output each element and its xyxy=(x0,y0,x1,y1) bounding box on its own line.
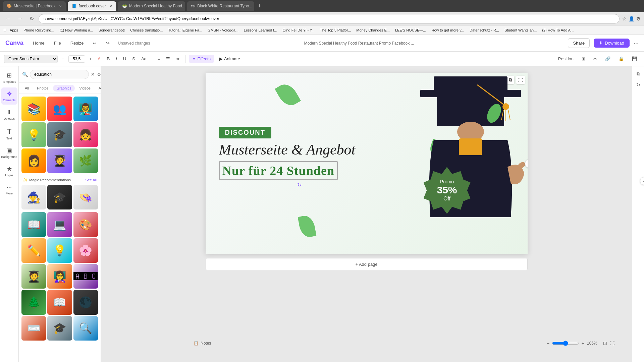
tab-healthy-food[interactable]: 🥗 Modern Special Healthy Food... ✕ xyxy=(118,1,185,11)
position-btn[interactable]: Position xyxy=(555,55,576,63)
lock-btn[interactable]: 🔒 xyxy=(616,55,627,63)
file-nav-btn[interactable]: File xyxy=(51,39,64,47)
search-input[interactable] xyxy=(30,70,89,79)
filter-btn[interactable]: ⚙ xyxy=(97,72,101,77)
bookmark-sonder[interactable]: Sonderangebot! xyxy=(97,27,127,33)
cat-tab-graphics[interactable]: Graphics xyxy=(53,85,74,92)
tab-musterseite[interactable]: 🎨 Musterseite | Facebook ✕ xyxy=(3,1,66,11)
magic-item-2[interactable]: 🎓 xyxy=(47,185,72,209)
font-size-decrease[interactable]: − xyxy=(60,55,66,63)
graphic-item-15[interactable]: 🌸 xyxy=(73,238,98,263)
italic-btn[interactable]: I xyxy=(114,55,119,63)
font-size-input[interactable] xyxy=(68,55,85,63)
profile-btn[interactable]: 👤 xyxy=(629,16,634,21)
see-all-button[interactable]: See all xyxy=(85,178,97,182)
strikethrough-btn[interactable]: S xyxy=(130,55,137,63)
sidebar-item-logos[interactable]: ★ Logos xyxy=(1,163,17,180)
graphic-item-13[interactable]: ✏️ xyxy=(21,238,46,263)
graphic-item-14[interactable]: 💡 xyxy=(47,238,72,263)
animate-button[interactable]: ▶ Animate xyxy=(216,55,244,63)
notes-button[interactable]: 📋 Notes xyxy=(194,341,211,346)
bookmark-lessons[interactable]: Lessons Learned f... xyxy=(242,27,279,33)
fullscreen-btn[interactable]: ⛶ xyxy=(610,341,614,346)
arrange-btn[interactable]: ⊞ xyxy=(579,55,588,63)
align-btn[interactable]: ≡ xyxy=(156,55,162,63)
graphic-item-18[interactable]: 🅰🅱🅲 xyxy=(73,264,98,289)
zoom-out-btn[interactable]: − xyxy=(547,341,549,346)
graphic-item-19[interactable]: 🌲 xyxy=(21,290,46,314)
graphic-item-8[interactable]: 🧑‍🎓 xyxy=(47,148,72,173)
tab-close-2[interactable]: ✕ xyxy=(109,4,112,8)
reload-button[interactable]: ↻ xyxy=(28,15,36,22)
canvas-area[interactable]: ⧉ ⛶ xyxy=(101,66,632,362)
graphic-item-9[interactable]: 🌿 xyxy=(73,148,98,173)
graphic-item-21[interactable]: 🌑 xyxy=(73,290,98,314)
bookmark-lee[interactable]: LEE'S HOUSE—... xyxy=(393,27,428,33)
graphic-item-2[interactable]: 👥 xyxy=(47,97,72,121)
graphic-item-23[interactable]: 🎓 xyxy=(47,316,72,341)
forward-button[interactable]: → xyxy=(15,15,25,22)
sidebar-item-elements[interactable]: ❖ Elements xyxy=(1,87,17,105)
discount-tag[interactable]: DISCOUNT xyxy=(219,127,271,138)
graphic-item-12[interactable]: 🎨 xyxy=(73,212,98,237)
bookmark-top3[interactable]: The Top 3 Platfor... xyxy=(318,27,353,33)
underline-btn[interactable]: U xyxy=(121,55,128,63)
resize-nav-btn[interactable]: Resize xyxy=(68,39,87,47)
address-input[interactable] xyxy=(39,14,620,23)
canvas-background[interactable]: ⧉ ⛶ xyxy=(206,73,528,254)
bookmark-how[interactable]: (1) How Working a... xyxy=(58,27,95,33)
bookmark-gmsn[interactable]: GMSN - Vologda... xyxy=(206,27,240,33)
graphic-item-4[interactable]: 💡 xyxy=(21,122,46,147)
right-panel-btn-1[interactable]: ⧉ xyxy=(635,69,642,79)
list-btn[interactable]: ☰ xyxy=(164,55,172,63)
cat-tab-all[interactable]: All xyxy=(21,85,32,92)
graphic-item-11[interactable]: 💻 xyxy=(47,212,72,237)
bookmark-howto[interactable]: How to get more v... xyxy=(429,27,466,33)
download-button[interactable]: ⬇ Download xyxy=(594,39,630,48)
home-nav-btn[interactable]: Home xyxy=(30,39,47,47)
bookmark-student[interactable]: Student Wants an... xyxy=(502,27,539,33)
sidebar-item-uploads[interactable]: ⬆ Uploads xyxy=(1,106,17,123)
sidebar-item-text[interactable]: T Text xyxy=(1,124,17,143)
bookmark-datenschutz[interactable]: Datenschutz - R... xyxy=(468,27,501,33)
sidebar-item-more[interactable]: ··· More xyxy=(1,181,17,198)
back-button[interactable]: ← xyxy=(3,15,13,22)
graphic-item-22[interactable]: ⌨️ xyxy=(21,316,46,341)
tab-facebook-cover[interactable]: 📘 facebook cover ✕ xyxy=(68,1,116,11)
tab-restaurant[interactable]: 🍽 Black White Restaurant Typo... ✕ xyxy=(187,1,254,11)
zoom-in-btn[interactable]: + xyxy=(582,341,584,346)
highlight-text[interactable]: Nur für 24 Stunden xyxy=(222,164,334,178)
magic-item-3[interactable]: 👒 xyxy=(73,185,98,209)
redo-btn[interactable]: ↪ xyxy=(103,39,112,47)
clear-search-btn[interactable]: ✕ xyxy=(91,72,95,77)
bookmark-apps[interactable]: Apps xyxy=(8,27,20,33)
sidebar-item-background[interactable]: ▣ Background xyxy=(1,144,17,161)
cat-tab-videos[interactable]: Videos xyxy=(76,85,94,92)
font-family-select[interactable]: Open Sans Extra ... xyxy=(4,55,58,63)
graphic-item-3[interactable]: 👨‍🏫 xyxy=(73,97,98,121)
add-page-bar[interactable]: + Add page xyxy=(206,258,528,270)
sidebar-item-templates[interactable]: ⊞ Templates xyxy=(1,69,17,86)
graphic-item-1[interactable]: 📚 xyxy=(21,97,46,121)
bookmark-phone[interactable]: Phone Recycling... xyxy=(21,27,56,33)
rotate-handle[interactable]: ↻ xyxy=(297,182,302,188)
fit-screen-btn[interactable]: ⊡ xyxy=(603,341,607,346)
new-tab-button[interactable]: + xyxy=(258,3,261,10)
graphic-item-7[interactable]: 👩 xyxy=(21,148,46,173)
graphic-item-10[interactable]: 📖 xyxy=(21,212,46,237)
text-color-btn[interactable]: A xyxy=(96,55,103,63)
graphic-item-6[interactable]: 👧 xyxy=(73,122,98,147)
graphic-item-17[interactable]: 👩‍🏫 xyxy=(47,264,72,289)
text-case-btn[interactable]: Aa xyxy=(139,55,149,63)
canvas-text-area[interactable]: DISCOUNT Musterseite & Angebot Nur für 2… xyxy=(219,127,380,180)
main-script-text[interactable]: Musterseite & Angebot xyxy=(219,142,380,158)
spacing-btn[interactable]: ⇔ xyxy=(174,55,182,63)
zoom-slider[interactable] xyxy=(552,341,579,346)
font-size-increase[interactable]: + xyxy=(87,55,94,63)
highlight-box[interactable]: Nur für 24 Stunden xyxy=(219,161,338,180)
effects-button[interactable]: ✦ Effects xyxy=(189,55,214,63)
bookmark-tutorial[interactable]: Tutorial: Eigene Fa... xyxy=(166,27,204,33)
graphic-item-16[interactable]: 🧑‍🎓 xyxy=(21,264,46,289)
bookmark-btn[interactable]: ☆ xyxy=(622,16,627,21)
bold-btn[interactable]: B xyxy=(105,55,112,63)
